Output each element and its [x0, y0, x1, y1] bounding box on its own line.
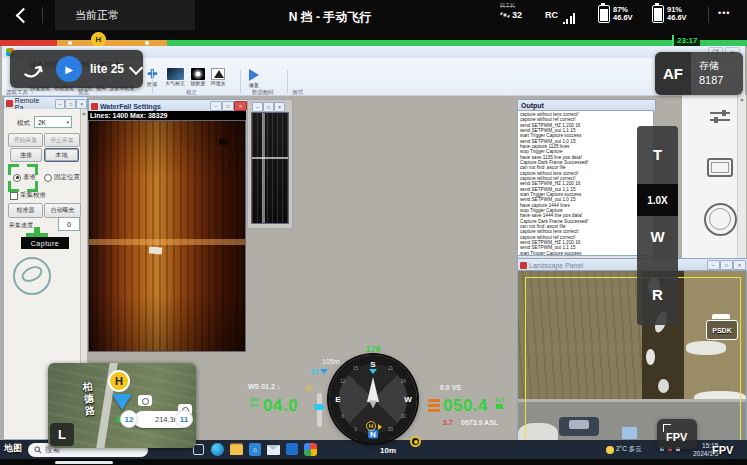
- wind-speed: WS 01.2 ↓: [248, 383, 280, 390]
- waypoint-11[interactable]: 11: [175, 410, 193, 428]
- compass-label: 24: [401, 379, 406, 384]
- calibration-checkbox[interactable]: 采集校准: [10, 191, 46, 200]
- mail-icon[interactable]: [267, 445, 280, 455]
- compass-dial: S2124W3033N36E1215 H: [329, 355, 417, 443]
- wide-zoom-button[interactable]: W: [637, 228, 678, 245]
- zoom-control-strip: T 1.0X W R: [637, 126, 678, 325]
- fpv-corner-label: FPV: [712, 444, 733, 456]
- minimize-button[interactable]: –: [252, 102, 263, 112]
- camera-waypoint-icon: [138, 395, 152, 406]
- chevron-left-icon: [15, 7, 31, 23]
- radio-icon: [44, 174, 52, 182]
- edge-browser-icon[interactable]: [211, 443, 224, 456]
- close-button[interactable]: ×: [76, 99, 87, 109]
- weather-icon: [606, 446, 614, 454]
- waterfall-window-icon: [91, 103, 98, 110]
- file-explorer-icon[interactable]: [230, 445, 243, 455]
- minimize-button[interactable]: –: [55, 99, 66, 109]
- timeline-home-marker[interactable]: H: [91, 32, 106, 47]
- gesture-handle[interactable]: [55, 461, 113, 464]
- start-capture-button[interactable]: 开始采集: [8, 133, 43, 147]
- output-log[interactable]: capture without lens correct!capture wit…: [517, 110, 654, 256]
- more-menu-button[interactable]: •••: [718, 8, 730, 18]
- play-button[interactable]: ▶: [56, 56, 82, 82]
- battery-icon: [652, 5, 664, 23]
- fpv-view-button[interactable]: FPV: [657, 419, 697, 449]
- mode-dropdown[interactable]: 2K ▾: [34, 116, 72, 128]
- tool-ambient-light-button[interactable]: 环境光: [208, 68, 228, 86]
- app-icon[interactable]: [286, 443, 298, 455]
- group-separator: [240, 70, 241, 94]
- capture-button[interactable]: Capture: [21, 237, 69, 249]
- blue-arrow-icon: [249, 69, 259, 81]
- psdk-button[interactable]: PSDK: [706, 320, 738, 340]
- tool-atmospheric-button[interactable]: 大气校正: [163, 68, 187, 86]
- maximize-button[interactable]: □: [720, 260, 733, 270]
- rc-label: RC: [545, 10, 558, 20]
- calibrate-button[interactable]: 校准器: [8, 203, 43, 218]
- home-marker: H: [108, 370, 130, 392]
- mode-label: 模式: [17, 119, 30, 128]
- play-icon: ▶: [65, 64, 73, 75]
- close-button[interactable]: ×: [733, 260, 746, 270]
- tune-sliders-icon[interactable]: [708, 108, 732, 126]
- tool-radiance-button[interactable]: 辐射度: [188, 68, 208, 86]
- gimbal-pitch-marker: [314, 404, 324, 410]
- auto-exposure-button[interactable]: 自动曝光: [44, 203, 81, 218]
- home-point-indicator: H: [366, 421, 376, 431]
- minimize-button[interactable]: –: [210, 101, 222, 111]
- zoom-ratio-button[interactable]: 1.0X: [637, 184, 678, 216]
- record-button[interactable]: R: [637, 286, 678, 303]
- chevron-down-icon[interactable]: [129, 61, 143, 75]
- map-layer-button[interactable]: L: [50, 423, 74, 446]
- close-button[interactable]: ×: [274, 102, 285, 112]
- map-scale: 10m: [380, 446, 396, 455]
- af-button[interactable]: AF: [655, 52, 691, 95]
- stop-capture-button[interactable]: 停止采集: [44, 133, 80, 147]
- vertical-scrollbar[interactable]: [737, 95, 746, 258]
- back-button[interactable]: [8, 0, 38, 30]
- scroll-up-icon: [740, 98, 744, 101]
- minimap[interactable]: 柏 德 路 H 214.3m 12 11 L: [48, 363, 196, 448]
- home-direction-icon: [378, 424, 382, 430]
- atmosphere-image-icon: [167, 68, 184, 80]
- compass-label: 6: [341, 414, 344, 419]
- map-label: 地图: [4, 442, 22, 455]
- tray-weather[interactable]: 2°C 多云: [606, 445, 642, 454]
- group-separator: [152, 70, 153, 94]
- battery-1-text: 87% 46.6V: [613, 6, 633, 23]
- window-canvas-right: [682, 95, 745, 258]
- battery-1[interactable]: 87% 46.6V: [598, 5, 633, 23]
- rc-signal-indicator[interactable]: RC: [545, 8, 575, 22]
- photo-mode-icon[interactable]: [707, 158, 733, 177]
- close-button[interactable]: ×: [234, 101, 247, 111]
- minimize-button[interactable]: –: [707, 260, 720, 270]
- maximize-button[interactable]: □: [263, 102, 274, 112]
- group-separator: [287, 70, 288, 94]
- shutter-button[interactable]: [704, 203, 737, 236]
- playback-pill: ▶ lite 25: [10, 50, 143, 88]
- maximize-button[interactable]: □: [65, 99, 76, 109]
- tool-repair-button[interactable]: 修复: [245, 68, 263, 88]
- bottom-black-row: [0, 459, 747, 465]
- gimbal-pitch-gauge: [317, 393, 322, 427]
- screen: 当前正常 N 挡 - 手动飞行 RTK 32 RC 87%: [0, 0, 747, 465]
- radio-reference[interactable]: 基准: [13, 173, 36, 182]
- connect-button[interactable]: 连接: [10, 148, 42, 162]
- vertical-speed: 0.0 VS: [440, 384, 461, 391]
- battery-2[interactable]: 91% 46.6V: [652, 5, 687, 23]
- photos-icon[interactable]: [304, 443, 317, 456]
- search-icon: [34, 446, 42, 454]
- radio-fixed[interactable]: 固定位置: [44, 173, 80, 182]
- aircraft-status-button[interactable]: 当前正常: [55, 0, 195, 30]
- speed-input[interactable]: 0: [58, 217, 80, 231]
- tele-zoom-button[interactable]: T: [637, 146, 678, 163]
- waypoint-12[interactable]: 12: [120, 410, 138, 428]
- compass-label: 30: [401, 414, 406, 419]
- store-icon[interactable]: ⌂: [249, 443, 261, 456]
- rtk-indicator[interactable]: RTK 32: [500, 2, 522, 20]
- spectrum-streaks: [252, 113, 288, 223]
- maximize-button[interactable]: □: [222, 101, 234, 111]
- divider: [708, 7, 709, 23]
- local-button[interactable]: 本地: [44, 148, 79, 162]
